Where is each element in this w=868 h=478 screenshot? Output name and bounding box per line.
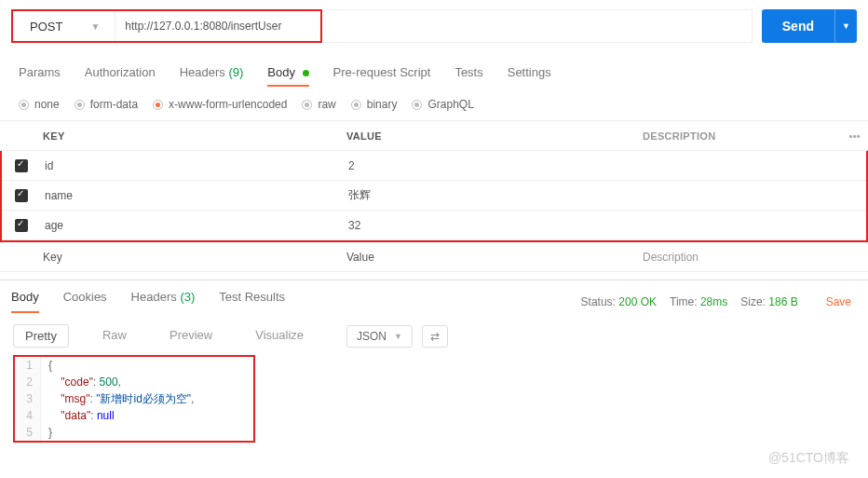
url-extra-space[interactable] <box>322 9 752 43</box>
size-value: 186 B <box>768 295 797 308</box>
method-label: POST <box>30 20 62 34</box>
format-select[interactable]: JSON ▼ <box>346 325 413 348</box>
tab-headers-label: Headers <box>180 65 225 79</box>
tab-body[interactable]: Body <box>267 65 308 87</box>
method-select[interactable]: POST ▼ <box>13 11 115 41</box>
send-button[interactable]: Send ▼ <box>762 9 857 43</box>
radio-form-data[interactable]: form-data <box>75 98 138 111</box>
radio-label: none <box>34 98 60 111</box>
line-number: 5 <box>15 424 41 441</box>
radio-graphql[interactable]: GraphQL <box>412 98 473 111</box>
tab-tests[interactable]: Tests <box>454 65 482 87</box>
table-row-placeholder[interactable]: Key Value Description <box>0 242 868 272</box>
response-header: Body Cookies Headers (3) Test Results St… <box>0 280 868 317</box>
radio-binary[interactable]: binary <box>351 98 398 111</box>
rtab-headers[interactable]: Headers (3) <box>131 290 196 313</box>
status-bar: Status: 200 OK Time: 28ms Size: 186 B Sa… <box>581 295 851 308</box>
radio-label: form-data <box>90 98 138 111</box>
response-json-box: 1{ 2 "code": 500, 3 "msg": "新增时id必须为空", … <box>13 355 255 443</box>
chevron-down-icon: ▼ <box>394 332 402 341</box>
kv-rows-highlight: id 2 name 张辉 age 32 <box>0 151 868 242</box>
rtab-testresults[interactable]: Test Results <box>219 290 285 313</box>
rheaders-count-badge: (3) <box>180 290 195 304</box>
placeholder-value[interactable]: Value <box>346 251 643 264</box>
col-key: KEY <box>39 130 346 142</box>
cell-value[interactable]: 32 <box>348 219 644 232</box>
cell-value[interactable]: 2 <box>348 159 644 172</box>
line-number: 2 <box>15 374 41 390</box>
checkbox-checked-icon[interactable] <box>15 189 28 202</box>
view-raw[interactable]: Raw <box>93 324 136 348</box>
headers-count-badge: (9) <box>228 65 243 79</box>
status-label: Status: <box>581 295 616 308</box>
view-toolbar: Pretty Raw Preview Visualize JSON ▼ ⇄ <box>0 317 868 355</box>
kv-table: KEY VALUE DESCRIPTION ••• id 2 name 张辉 a… <box>0 120 868 272</box>
code-line: "data": null <box>41 407 115 424</box>
placeholder-key[interactable]: Key <box>39 251 346 264</box>
checkbox-checked-icon[interactable] <box>15 219 28 232</box>
time-value: 28ms <box>700 295 727 308</box>
radio-urlencoded[interactable]: x-www-form-urlencoded <box>153 98 287 111</box>
save-button[interactable]: Save <box>826 295 851 308</box>
radio-icon <box>351 100 361 110</box>
request-bar: POST ▼ http://127.0.0.1:8080/insertUser … <box>0 0 868 52</box>
send-dropdown-icon[interactable]: ▼ <box>834 9 857 43</box>
cell-key[interactable]: age <box>41 219 348 232</box>
table-row: age 32 <box>2 211 866 240</box>
url-input[interactable]: http://127.0.0.1:8080/insertUser <box>115 11 320 41</box>
rtab-body[interactable]: Body <box>11 290 39 313</box>
code-line: "code": 500, <box>41 374 121 390</box>
tab-body-label: Body <box>267 65 295 79</box>
placeholder-desc[interactable]: Description <box>643 251 868 264</box>
radio-label: GraphQL <box>427 98 473 111</box>
wrap-lines-icon[interactable]: ⇄ <box>422 325 448 348</box>
code-line: "msg": "新增时id必须为空", <box>41 390 194 407</box>
rtab-cookies[interactable]: Cookies <box>63 290 107 313</box>
code-line: } <box>41 424 52 441</box>
cell-value[interactable]: 张辉 <box>348 187 644 203</box>
table-header-row: KEY VALUE DESCRIPTION ••• <box>0 121 868 151</box>
line-number: 1 <box>15 357 41 374</box>
tab-prerequest[interactable]: Pre-request Script <box>333 65 431 87</box>
size-label: Size: <box>740 295 766 308</box>
table-row: id 2 <box>2 151 866 181</box>
radio-icon-selected <box>153 100 163 110</box>
time-label: Time: <box>670 295 698 308</box>
col-description: DESCRIPTION <box>643 130 849 142</box>
cell-key[interactable]: id <box>41 159 348 172</box>
radio-icon <box>412 100 422 110</box>
format-label: JSON <box>357 330 387 343</box>
radio-none[interactable]: none <box>19 98 60 111</box>
tab-settings[interactable]: Settings <box>508 65 551 87</box>
cell-key[interactable]: name <box>41 189 348 202</box>
radio-label: x-www-form-urlencoded <box>169 98 287 111</box>
line-number: 4 <box>15 407 41 424</box>
tab-authorization[interactable]: Authorization <box>85 65 156 87</box>
view-modes: Pretty Raw Preview Visualize <box>13 324 337 348</box>
body-type-radios: none form-data x-www-form-urlencoded raw… <box>0 94 868 120</box>
checkbox-checked-icon[interactable] <box>15 159 28 172</box>
radio-label: raw <box>318 98 335 111</box>
view-preview[interactable]: Preview <box>160 324 222 348</box>
response-panel: Body Cookies Headers (3) Test Results St… <box>0 280 868 443</box>
tab-headers[interactable]: Headers (9) <box>180 65 244 87</box>
dot-icon <box>303 70 309 76</box>
radio-raw[interactable]: raw <box>302 98 335 111</box>
table-row: name 张辉 <box>2 181 866 211</box>
view-pretty[interactable]: Pretty <box>13 324 69 348</box>
send-label: Send <box>762 9 834 43</box>
col-value: VALUE <box>346 130 643 142</box>
watermark: @51CTO博客 <box>768 450 849 452</box>
line-number: 3 <box>15 390 41 407</box>
more-icon[interactable]: ••• <box>849 130 868 142</box>
code-line: { <box>41 357 52 374</box>
radio-icon <box>302 100 312 110</box>
radio-icon <box>19 100 29 110</box>
response-tabs: Body Cookies Headers (3) Test Results <box>11 290 309 313</box>
radio-icon <box>75 100 85 110</box>
radio-label: binary <box>367 98 398 111</box>
method-url-group: POST ▼ http://127.0.0.1:8080/insertUser <box>11 9 322 43</box>
status-value: 200 OK <box>618 295 657 308</box>
tab-params[interactable]: Params <box>19 65 61 87</box>
view-visualize[interactable]: Visualize <box>246 324 313 348</box>
